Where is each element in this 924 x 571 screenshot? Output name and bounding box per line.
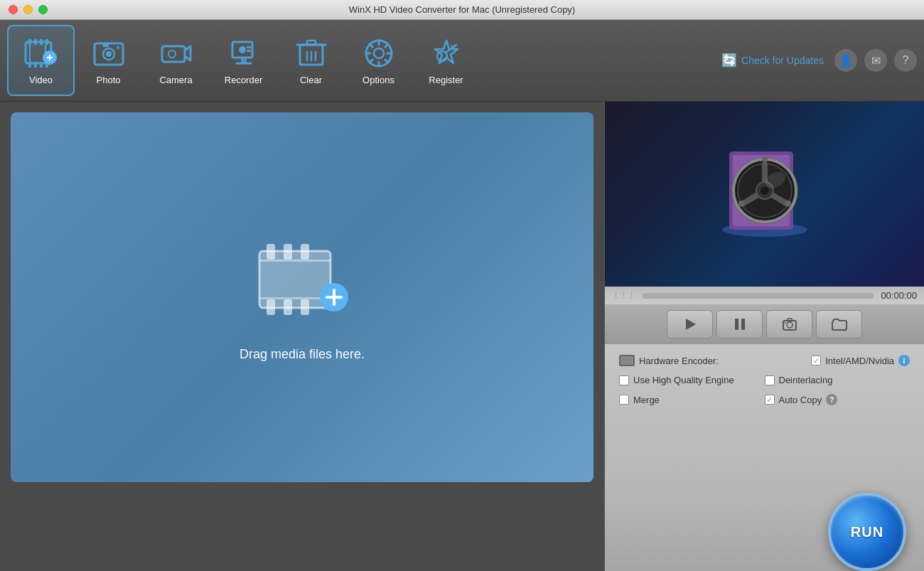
svg-rect-55 <box>259 260 331 262</box>
svg-rect-77 <box>741 319 745 330</box>
snapshot-button[interactable] <box>766 310 812 338</box>
svg-rect-50 <box>284 244 292 260</box>
high-quality-checkbox[interactable] <box>619 375 629 385</box>
left-panel: Drag media files here. <box>0 102 604 571</box>
title-bar: WinX HD Video Converter for Mac (Unregis… <box>0 0 924 20</box>
toolbar-item-recorder[interactable]: Recorder <box>210 25 277 96</box>
help-icon[interactable]: ? <box>894 49 917 72</box>
svg-rect-49 <box>267 244 275 260</box>
merge-autocopy-row: Merge Auto Copy ? <box>619 394 910 405</box>
svg-rect-19 <box>162 46 185 62</box>
options-label: Options <box>362 75 394 85</box>
video-label: Video <box>29 75 53 85</box>
quality-deinterlacing-row: Use High Quality Engine Deinterlacing <box>619 375 910 385</box>
deinterlacing-text: Deinterlacing <box>779 375 833 385</box>
options-icon <box>362 36 396 70</box>
hardware-encoder-row: Hardware Encoder: Intel/AMD/Nvidia i <box>619 355 910 366</box>
register-label: Register <box>429 75 463 85</box>
minimize-button[interactable] <box>23 5 33 14</box>
svg-rect-7 <box>40 62 43 68</box>
recorder-label: Recorder <box>225 75 262 85</box>
progress-bar-container: ⋮⋮⋮ 00:00:00 <box>605 287 924 304</box>
auto-copy-help-icon[interactable]: ? <box>826 394 837 405</box>
svg-point-25 <box>239 46 246 53</box>
svg-line-40 <box>369 43 372 46</box>
toolbar-item-register[interactable]: Register <box>412 25 480 96</box>
photo-icon <box>92 36 126 70</box>
deinterlacing-checkbox-label[interactable]: Deinterlacing <box>765 375 833 385</box>
svg-point-18 <box>117 46 119 49</box>
svg-rect-6 <box>34 62 37 68</box>
auto-copy-checkbox-label[interactable]: Auto Copy ? <box>765 394 838 405</box>
svg-rect-51 <box>301 244 309 260</box>
info-icon[interactable]: i <box>898 355 910 366</box>
photo-label: Photo <box>97 75 121 85</box>
auto-copy-option: Auto Copy ? <box>765 394 910 405</box>
maximize-button[interactable] <box>38 5 48 14</box>
deinterlacing-option: Deinterlacing <box>765 375 910 385</box>
right-panel: ⋮⋮⋮ 00:00:00 <box>604 102 924 571</box>
svg-rect-2 <box>34 39 37 45</box>
clear-icon <box>294 36 328 70</box>
mail-icon[interactable]: ✉ <box>864 49 887 72</box>
merge-checkbox[interactable] <box>619 395 629 405</box>
close-button[interactable] <box>9 5 18 14</box>
drop-zone-icon <box>252 233 352 333</box>
svg-rect-17 <box>103 43 109 47</box>
toolbar-action-icons: 👤 ✉ ? <box>834 49 917 72</box>
traffic-lights <box>9 5 48 14</box>
video-preview <box>605 102 924 287</box>
toolbar-item-photo[interactable]: Photo <box>75 25 142 96</box>
svg-point-72 <box>785 201 791 206</box>
progress-track[interactable] <box>643 293 874 299</box>
drop-zone[interactable]: Drag media files here. <box>11 112 593 482</box>
check-updates-button[interactable]: 🔄 Check for Updates <box>721 53 824 68</box>
toolbar-item-camera[interactable]: Camera <box>142 25 210 96</box>
svg-point-16 <box>106 51 112 57</box>
svg-point-81 <box>785 322 786 324</box>
run-area: RUN <box>605 500 924 571</box>
svg-line-43 <box>369 59 372 62</box>
svg-rect-52 <box>267 299 275 315</box>
toolbar: Video Photo Camera <box>0 20 924 102</box>
svg-rect-26 <box>247 46 251 48</box>
svg-rect-56 <box>259 297 331 299</box>
auto-copy-text: Auto Copy <box>779 395 822 405</box>
svg-line-41 <box>385 59 387 62</box>
account-icon[interactable]: 👤 <box>834 49 857 72</box>
main-content: Drag media files here. <box>0 102 924 571</box>
run-button-label: RUN <box>851 524 883 540</box>
run-button[interactable]: RUN <box>828 493 906 571</box>
high-quality-checkbox-label[interactable]: Use High Quality Engine <box>619 375 734 385</box>
intel-amd-nvidia-checkbox[interactable] <box>811 356 821 365</box>
intel-amd-nvidia-label: Intel/AMD/Nvidia <box>825 356 894 366</box>
merge-text: Merge <box>633 395 660 405</box>
svg-line-42 <box>385 43 387 46</box>
svg-marker-75 <box>686 319 696 330</box>
svg-rect-4 <box>45 39 48 45</box>
svg-point-69 <box>761 186 769 195</box>
toolbar-item-video[interactable]: Video <box>7 25 75 96</box>
clear-label: Clear <box>300 75 322 85</box>
camera-label: Camera <box>159 75 192 85</box>
svg-point-71 <box>762 156 768 162</box>
merge-checkbox-label[interactable]: Merge <box>619 395 660 405</box>
hardware-encoder-label: Hardware Encoder: <box>619 355 811 366</box>
svg-rect-27 <box>247 50 251 52</box>
svg-point-20 <box>168 50 176 58</box>
svg-point-79 <box>787 322 793 328</box>
toolbar-item-options[interactable]: Options <box>345 25 412 96</box>
toolbar-item-clear[interactable]: Clear <box>277 25 345 96</box>
auto-copy-checkbox[interactable] <box>765 395 775 405</box>
drop-zone-text: Drag media files here. <box>240 347 365 362</box>
svg-rect-54 <box>301 299 309 315</box>
play-button[interactable] <box>667 310 713 338</box>
merge-option: Merge <box>619 395 765 405</box>
toolbar-right: 🔄 Check for Updates 👤 ✉ ? <box>721 49 917 72</box>
deinterlacing-checkbox[interactable] <box>765 375 775 385</box>
recorder-icon <box>227 36 261 70</box>
camera-icon <box>159 36 193 70</box>
folder-button[interactable] <box>816 310 862 338</box>
progress-left-icon: ⋮⋮⋮ <box>612 291 635 300</box>
pause-button[interactable] <box>716 310 763 338</box>
